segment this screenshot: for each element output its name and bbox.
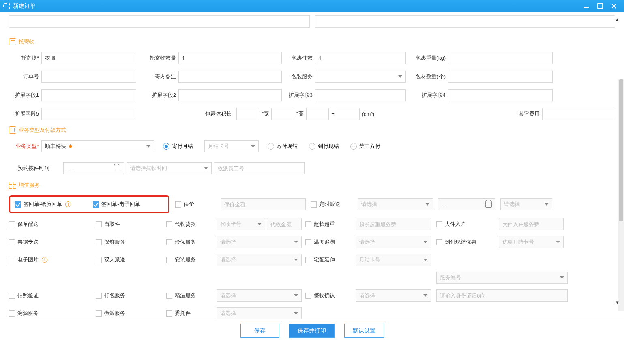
input-vol-len[interactable] [236,108,259,120]
scrollbar-thumb[interactable] [619,79,623,221]
input-ext3[interactable] [315,89,406,101]
input-vol-result[interactable] [337,108,360,120]
radio-recv-cash-label: 到付现结 [318,143,339,150]
chk-timed[interactable]: 定时派送 [311,201,355,208]
input-ext5[interactable] [41,108,136,120]
input-id-last6 [436,289,568,302]
chk-self-pickup[interactable]: 自取件 [96,221,165,228]
chk-treasure[interactable]: 珍保服务 [166,238,215,246]
chk-entrust[interactable]: 委托件 [166,310,215,317]
close-button[interactable] [607,1,621,11]
biz-type-value: 顺丰特快 [45,143,66,150]
chk-fresh[interactable]: 保鲜服务 [96,238,165,246]
input-qty[interactable] [178,52,282,64]
highlight-receipt-options: 签回单-纸质回单i 签回单-电子回单 [9,195,169,213]
input-item[interactable] [41,52,136,64]
doc-icon [9,126,16,134]
input-vol-h[interactable] [306,108,329,120]
radio-sender-cash-label: 寄付现结 [277,143,298,150]
input-pkg-weight[interactable] [448,52,553,64]
chk-cod-discount[interactable]: 到付现结优惠 [436,238,497,246]
svg-rect-1 [598,4,603,9]
info-icon[interactable]: i [42,257,47,263]
select-biz-type[interactable]: 顺丰特快 [41,140,154,152]
chk-sign-confirm[interactable]: 签收确认 [305,292,354,299]
chk-micro-delivery[interactable]: 微派服务 [96,310,165,317]
prev-section-hint [9,15,615,28]
label-item: 托寄物* [9,54,41,62]
label-vol-unit: (cm³) [362,111,374,117]
titlebar: 新建订单 [0,0,624,12]
select-month-card[interactable]: 月结卡号 [204,140,259,152]
input-insure-amount [221,198,306,210]
input-other-fee[interactable] [542,108,615,120]
chk-double-delivery[interactable]: 双人派送 [96,256,165,263]
input-order-no[interactable] [41,71,136,83]
maximize-button[interactable] [593,1,607,11]
label-ext3: 扩展字段3 [282,92,315,99]
scrollbar-track[interactable] [618,79,624,311]
chk-insure[interactable]: 保价 [175,201,218,208]
label-qty: 托寄物数量 [136,54,178,62]
input-staff-no[interactable] [214,162,305,174]
chk-oversize[interactable]: 超长超重 [305,221,354,228]
radio-third[interactable]: 第三方付 [350,143,380,150]
input-ext2[interactable] [178,89,282,101]
star-icon [68,143,73,149]
input-cod-amount [267,218,302,230]
chk-install[interactable]: 安装服务 [166,256,215,263]
save-button[interactable]: 保存 [240,324,279,338]
chk-policy-delivery[interactable]: 保单配送 [9,221,94,228]
label-vol-w: *宽 [262,110,269,118]
radio-sender-cash[interactable]: 寄付现结 [268,143,298,150]
minimize-button[interactable] [579,1,593,11]
footer: 保存 保存并打印 默认设置 [0,319,624,342]
input-pack-mat-qty[interactable] [448,71,553,83]
chk-pack-service[interactable]: 打包服务 [96,292,165,299]
label-ext2: 扩展字段2 [136,92,178,99]
chk-photo-verify[interactable]: 拍照验证 [9,292,94,299]
chk-large-home[interactable]: 大件入户 [436,221,497,228]
select-pack-service[interactable] [315,71,406,83]
date-appointment[interactable]: - - [63,162,124,174]
label-order-no: 订单号 [9,73,41,80]
scroll-down-arrow[interactable]: ▾ [616,299,622,305]
select-service-no: 服务编号 [436,272,568,284]
select-entrust: 请选择 [217,307,302,319]
input-pkg-count[interactable] [315,52,406,64]
date-timed: - - [438,198,495,210]
select-treasure: 请选择 [217,236,302,248]
chk-elec-receipt[interactable]: 签回单-电子回单 [93,201,140,208]
label-vol-eq: = [331,111,335,117]
label-sender-note: 寄方备注 [136,73,178,80]
label-pack-service: 包装服务 [282,73,315,80]
select-appointment-time[interactable]: 请选择揽收时间 [127,162,212,174]
chk-trace-service[interactable]: 溯源服务 [9,310,94,317]
chk-ticket-delivery[interactable]: 票据专送 [9,238,94,246]
chk-home-ext[interactable]: 宅配延伸 [305,256,354,263]
input-vol-w[interactable] [271,108,294,120]
scroll-up-arrow[interactable]: ▴ [616,16,622,22]
radio-recv-cash[interactable]: 到付现结 [309,143,339,150]
input-ext1[interactable] [41,89,136,101]
section-header-goods-label: 托寄物 [19,38,34,45]
label-pkg-weight: 包裹重量(kg) [406,54,448,62]
label-appointment: 预约揽件时间 [9,165,52,172]
info-icon[interactable]: i [65,201,71,207]
section-header-biz: 业务类型及付款方式 [9,126,615,134]
chk-paper-receipt[interactable]: 签回单-纸质回单i [15,201,71,208]
save-print-button[interactable]: 保存并打印 [289,324,335,338]
radio-third-label: 第三方付 [359,143,380,150]
window-title: 新建订单 [13,2,579,10]
chk-cod[interactable]: 代收货款 [166,221,215,228]
input-sender-note[interactable] [178,71,282,83]
label-biz-type: 业务类型* [9,143,41,150]
svg-rect-0 [584,7,589,8]
input-ext4[interactable] [448,89,553,101]
default-settings-button[interactable]: 默认设置 [344,324,384,338]
chk-ephoto[interactable]: 电子图片i [9,256,94,263]
radio-monthly[interactable]: 寄付月结 [163,143,193,150]
label-pkg-count: 包裹件数 [282,54,315,62]
chk-temp-precise[interactable]: 精温服务 [166,292,215,299]
chk-temp-trace[interactable]: 温度追溯 [305,238,354,246]
